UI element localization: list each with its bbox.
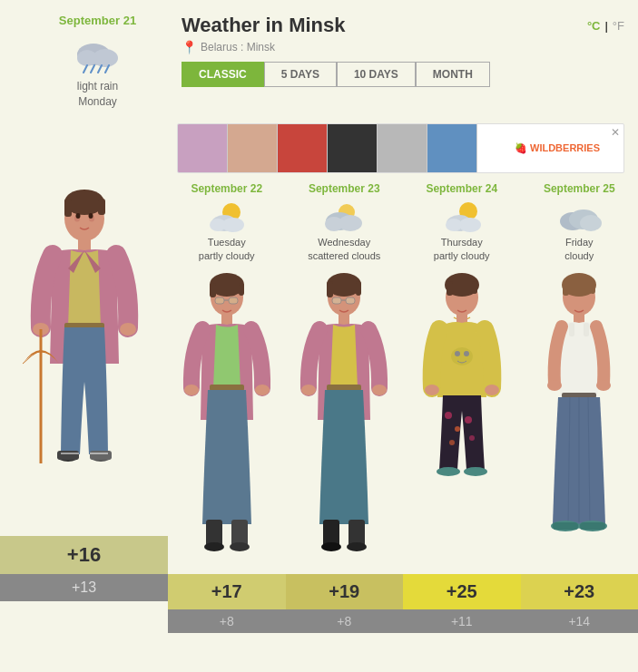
ad-close-button[interactable]: ✕ (607, 124, 623, 141)
svg-point-40 (580, 215, 602, 231)
ad-banner: 🍓 WILDBERRIES ✕ (177, 123, 624, 173)
figure-0-svg (177, 270, 277, 570)
ad-image-3 (278, 124, 328, 172)
svg-point-95 (547, 380, 562, 391)
figure-col-0 (168, 270, 286, 574)
day-temp-row: +17 +8 +19 +8 +25 +11 +23 +14 (168, 574, 638, 633)
day-0-temp-high: +17 (168, 574, 286, 609)
svg-rect-73 (447, 281, 453, 296)
day-1-temp-high: +19 (286, 574, 404, 609)
svg-point-29 (210, 219, 226, 231)
svg-point-2 (77, 50, 97, 66)
svg-point-55 (230, 542, 250, 551)
day-3-weather-icon (556, 200, 602, 236)
main-figure-panel: +16 +13 (0, 182, 168, 634)
day-col-0: September 22 Tuesday partly cloudy (168, 182, 286, 271)
day-3-temp: +23 +14 (521, 574, 639, 633)
today-temp-bars: +16 +13 (0, 536, 168, 601)
svg-rect-46 (229, 297, 238, 304)
days-panel: September 22 Tuesday partly cloudy Septe… (168, 182, 638, 634)
svg-rect-20 (57, 451, 79, 460)
svg-rect-43 (210, 283, 216, 297)
day-1-temp: +19 +8 (286, 574, 404, 633)
tab-classic[interactable]: CLASSIC (182, 62, 264, 87)
svg-point-68 (321, 542, 341, 551)
svg-line-5 (98, 65, 102, 73)
svg-point-53 (204, 542, 224, 551)
figure-col-1 (286, 270, 404, 574)
tabs-bar: CLASSIC 5 DAYS 10 DAYS MONTH (182, 62, 624, 87)
tab-10days[interactable]: 10 DAYS (337, 62, 416, 87)
svg-point-78 (464, 351, 469, 356)
svg-point-77 (455, 351, 460, 356)
svg-point-37 (446, 219, 462, 231)
today-panel: September 21 light rain Monday (14, 14, 182, 110)
location-row: 📍 Belarus : Minsk (182, 40, 624, 54)
svg-rect-66 (327, 385, 361, 391)
ad-image-2 (228, 124, 278, 172)
day-3-condition: Friday cloudy (521, 236, 639, 264)
unit-separator: | (604, 19, 607, 33)
main-figure (14, 182, 154, 536)
svg-point-14 (88, 213, 93, 219)
svg-point-70 (347, 542, 367, 551)
svg-rect-9 (64, 199, 72, 217)
day-1-weather-icon (321, 200, 367, 236)
svg-point-79 (425, 385, 439, 395)
fahrenheit-unit[interactable]: °F (613, 19, 624, 33)
day-1-date: September 23 (286, 182, 404, 195)
day-2-temp: +25 +11 (403, 574, 521, 633)
svg-point-85 (469, 435, 475, 441)
svg-rect-93 (569, 323, 574, 336)
tab-5days[interactable]: 5 DAYS (264, 62, 337, 87)
svg-point-82 (455, 426, 460, 432)
svg-rect-51 (210, 385, 244, 391)
day-0-condition: Tuesday partly cloudy (168, 236, 286, 264)
day-0-date: September 22 (168, 182, 286, 195)
svg-point-80 (485, 385, 499, 395)
svg-rect-94 (584, 323, 589, 336)
day-3-temp-low: +14 (521, 609, 639, 633)
ad-image-5 (378, 124, 427, 172)
figure-3-svg (529, 270, 629, 570)
rain-cloud-icon (71, 34, 125, 75)
content-right: Weather in Minsk °C | °F 📍 Belarus : Min… (182, 14, 624, 110)
svg-rect-90 (563, 281, 569, 296)
days-headers-row: September 22 Tuesday partly cloudy Septe… (168, 182, 638, 271)
today-weather-desc: light rain Monday (14, 79, 182, 110)
ad-image-4 (328, 124, 378, 172)
svg-rect-59 (356, 281, 361, 296)
day-3-date: September 25 (521, 182, 639, 195)
svg-rect-58 (327, 281, 333, 297)
day-2-weather-icon (439, 200, 485, 236)
header: September 21 light rain Monday Weather i… (0, 0, 638, 114)
svg-point-65 (372, 385, 387, 395)
location-text: Belarus : Minsk (201, 41, 275, 54)
day-col-1: September 23 Wednesday scattered clouds (286, 182, 404, 271)
figure-col-3 (521, 270, 639, 574)
svg-point-33 (325, 217, 343, 231)
svg-rect-61 (346, 297, 355, 304)
ad-images (178, 124, 477, 172)
svg-rect-48 (221, 314, 232, 325)
day-0-weather-icon (204, 200, 250, 236)
ad-image-6 (427, 124, 477, 172)
day-1-temp-low: +8 (286, 609, 404, 633)
svg-point-49 (184, 385, 199, 395)
svg-rect-103 (553, 522, 578, 530)
day-col-3: September 25 Friday cloudy (521, 182, 639, 271)
svg-point-18 (120, 323, 136, 336)
day-col-2: September 24 Thursday partly cloudy (403, 182, 521, 271)
svg-rect-22 (90, 451, 112, 460)
ad-brand-text: 🍓 WILDBERRIES (477, 142, 607, 154)
title-row: Weather in Minsk °C | °F (182, 14, 624, 37)
celsius-unit[interactable]: °C (587, 19, 601, 33)
day-0-temp: +17 +8 (168, 574, 286, 633)
day-2-date: September 24 (403, 182, 521, 195)
tab-month[interactable]: MONTH (416, 62, 490, 87)
svg-point-86 (437, 467, 460, 476)
ad-image-1 (178, 124, 228, 172)
svg-point-81 (445, 412, 452, 419)
svg-rect-91 (590, 281, 595, 294)
day-2-condition: Thursday partly cloudy (403, 236, 521, 264)
